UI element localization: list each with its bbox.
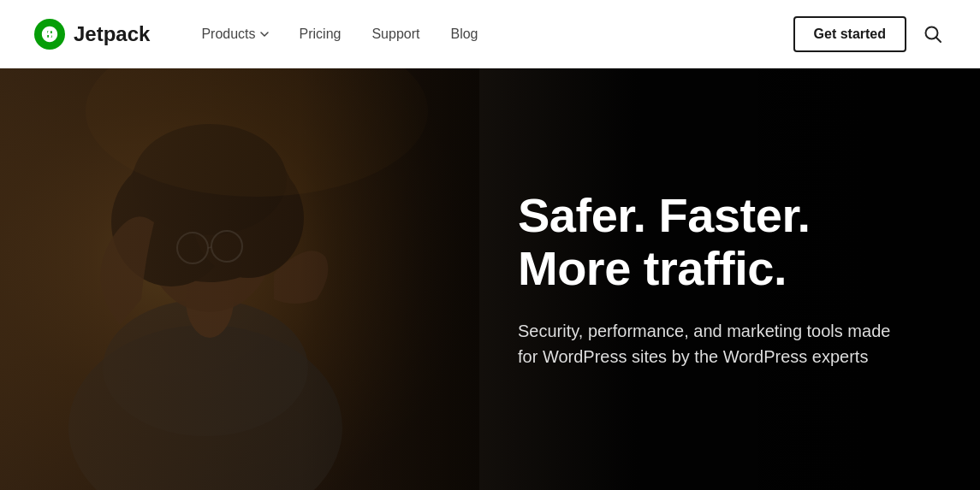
hero-content: Safer. Faster. More traffic. Security, p…	[484, 68, 980, 490]
hero-section: Safer. Faster. More traffic. Security, p…	[0, 68, 980, 490]
hero-subtext: Security, performance, and marketing too…	[518, 318, 894, 369]
logo-text: Jetpack	[74, 22, 150, 46]
search-icon	[924, 25, 942, 44]
header: Jetpack Products Pricing Support Blog Ge…	[0, 0, 980, 68]
logo-icon	[34, 19, 65, 50]
main-nav: Products Pricing Support Blog	[201, 27, 793, 42]
logo-link[interactable]: Jetpack	[34, 19, 150, 50]
chevron-down-icon	[260, 32, 269, 37]
hero-headline: Safer. Faster. More traffic.	[518, 189, 929, 294]
nav-item-support[interactable]: Support	[371, 27, 419, 42]
svg-line-2	[936, 37, 941, 42]
get-started-button[interactable]: Get started	[793, 16, 906, 52]
nav-actions: Get started	[793, 16, 946, 52]
nav-item-blog[interactable]: Blog	[450, 27, 478, 42]
nav-item-products[interactable]: Products	[201, 27, 268, 42]
search-button[interactable]	[920, 21, 946, 47]
nav-item-pricing[interactable]: Pricing	[300, 27, 342, 42]
